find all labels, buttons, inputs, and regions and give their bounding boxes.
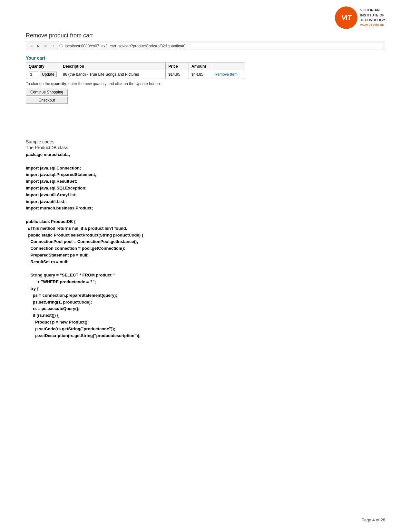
class-heading: The ProductDB class	[26, 145, 385, 150]
code-line-5: import java.sql.SQLException;	[26, 185, 385, 192]
logo-icon: ViT	[335, 6, 357, 29]
col-header-action	[212, 63, 245, 70]
forward-button[interactable]: ▶	[36, 44, 41, 49]
page-icon: □	[50, 44, 55, 49]
sample-heading: Sample codes	[26, 139, 385, 144]
url-text: localhost:8088/ch07_ex3_cart_sol/cart?pr…	[65, 44, 185, 48]
remove-item-link[interactable]: Remove Item	[215, 72, 238, 77]
browser-bar: ◀ ▶ ↻ □ ⓘ localhost:8088/ch07_ex3_cart_s…	[26, 42, 385, 50]
info-icon: ⓘ	[59, 44, 63, 48]
code-line-15: ResultSet rs = null;	[26, 259, 385, 266]
url-bar[interactable]: ⓘ localhost:8088/ch07_ex3_cart_sol/cart?…	[57, 43, 382, 49]
code-line-12: ConnectionPool pool = ConnectionPool.get…	[26, 238, 385, 245]
code-line-8: import murach.business.Product;	[26, 205, 385, 212]
description-cell: 86 (the band) - True Life Songs and Pict…	[60, 70, 166, 79]
cart-hint: To change the quantity, enter the new qu…	[26, 82, 385, 86]
code-line-25: p.setDescription(rs.getString("productde…	[26, 333, 385, 339]
continue-shopping-button[interactable]: Continue Shopping	[26, 89, 68, 96]
back-button[interactable]: ◀	[29, 44, 34, 49]
code-line-10: //This method returns null if a product …	[26, 225, 385, 232]
code-line-blank-2	[26, 212, 385, 218]
code-line-3: import java.sql.PreparedStatement;	[26, 171, 385, 178]
logo-text: VICTORIAN INSTITUTE OF TECHNOLOGY www.vi…	[360, 8, 385, 28]
code-line-16: String query = "SELECT * FROM product "	[26, 272, 385, 279]
header: ViT VICTORIAN INSTITUTE OF TECHNOLOGY ww…	[26, 6, 385, 29]
code-line-7: import java.util.List;	[26, 198, 385, 205]
amount-cell: $44.85	[189, 70, 212, 79]
code-line-19: ps = connection.prepareStatement(query);	[26, 292, 385, 299]
divider-space	[26, 110, 385, 136]
code-line-17: + "WHERE productcode = ?";	[26, 279, 385, 285]
logo-line1: VICTORIAN	[360, 8, 385, 13]
table-row: Update 86 (the band) - True Life Songs a…	[26, 70, 245, 79]
col-header-description: Description	[60, 63, 166, 70]
code-line-6: import java.util.ArrayList;	[26, 192, 385, 198]
code-line-11: public static Product selectProduct(Stri…	[26, 232, 385, 239]
code-line-24: p.setCode(rs.getString("productcode"));	[26, 326, 385, 333]
cart-buttons: Continue Shopping Checkout	[26, 89, 385, 104]
code-line-1: package murach.data;	[26, 151, 385, 158]
page-number: Page 4 of 28	[361, 517, 385, 522]
logo-line2: INSTITUTE OF	[360, 13, 385, 18]
logo-line3: TECHNOLOGY	[360, 18, 385, 23]
col-header-quantity: Quantity	[26, 63, 60, 70]
code-line-4: import java.sql.ResultSet;	[26, 178, 385, 185]
hint-bold: quantity	[51, 82, 66, 86]
code-line-2: import java.sql.Connection;	[26, 165, 385, 172]
code-line-blank-3	[26, 266, 385, 272]
code-line-21: rs = ps.executeQuery();	[26, 305, 385, 312]
code-line-13: Connection connection = pool.getConnecti…	[26, 245, 385, 252]
quantity-input[interactable]	[29, 72, 38, 77]
page-title: Remove product from cart	[26, 32, 385, 39]
action-cell: Remove Item	[212, 70, 245, 79]
refresh-button[interactable]: ↻	[43, 44, 48, 49]
code-line-blank-1	[26, 158, 385, 165]
code-line-9: public class ProductDB {	[26, 218, 385, 225]
update-button[interactable]: Update	[40, 72, 57, 77]
col-header-amount: Amount	[189, 63, 212, 70]
sample-section: Sample codes The ProductDB class package…	[26, 139, 385, 339]
quantity-cell: Update	[26, 70, 60, 79]
price-cell: $14.95	[166, 70, 189, 79]
code-line-22: if (rs.next()) {	[26, 312, 385, 319]
cart-title: Your cart	[26, 55, 385, 61]
checkout-button[interactable]: Checkout	[26, 97, 68, 104]
logo-web: www.vit.edu.au	[360, 23, 385, 27]
code-line-14: PreparedStatement ps = null;	[26, 252, 385, 259]
code-line-20: ps.setString(1, productCode);	[26, 299, 385, 306]
logo-container: ViT VICTORIAN INSTITUTE OF TECHNOLOGY ww…	[335, 6, 385, 29]
col-header-price: Price	[166, 63, 189, 70]
cart-table: Quantity Description Price Amount Update…	[26, 63, 245, 79]
code-line-18: try {	[26, 285, 385, 292]
code-line-23: Product p = new Product();	[26, 319, 385, 326]
code-block: package murach.data; import java.sql.Con…	[26, 151, 385, 339]
cart-section: Your cart Quantity Description Price Amo…	[26, 55, 385, 104]
